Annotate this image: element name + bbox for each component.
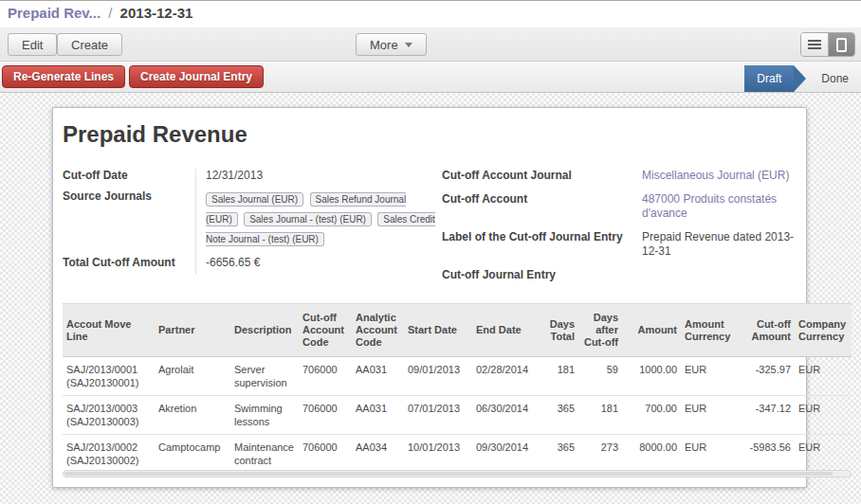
edit-button[interactable]: Edit — [8, 33, 57, 56]
form-toolbar: Edit Create More — [0, 27, 861, 62]
journal-tag[interactable]: Sales Journal (EUR) — [206, 192, 303, 207]
table-cell: 59 — [578, 357, 622, 396]
view-switcher — [800, 32, 855, 57]
total-cutoff-label: Total Cut-off Amount — [63, 254, 195, 270]
table-cell: SAJ/2013/0001 (SAJ20130001) — [63, 357, 155, 396]
table-cell: 10/01/2013 — [404, 435, 472, 474]
table-cell: EUR — [681, 357, 738, 396]
table-cell: EUR — [795, 435, 852, 474]
table-row[interactable]: SAJ/2013/0003 (SAJ20130003)AkretionSwimm… — [63, 396, 852, 435]
field-cutoff-account: Cut-off Account 487000 Produits constaté… — [442, 190, 800, 221]
account-journal-label: Cut-off Account Journal — [442, 167, 632, 183]
column-header: Amount — [622, 304, 681, 357]
field-entry-label: Label of the Cut-off Journal Entry Prepa… — [442, 228, 800, 259]
table-cell: 02/28/2014 — [472, 357, 544, 396]
source-journals-label: Source Journals — [63, 188, 195, 204]
statusbar-states: DraftDone — [744, 65, 861, 92]
chevron-down-icon — [405, 43, 412, 47]
column-header: Description — [230, 304, 299, 357]
entry-label-label: Label of the Cut-off Journal Entry — [442, 228, 632, 244]
more-button-label: More — [370, 38, 398, 52]
form-icon — [836, 38, 847, 52]
table-cell: 706000 — [299, 435, 352, 474]
table-cell: 700.00 — [622, 396, 681, 435]
breadcrumb-separator: / — [104, 5, 116, 21]
table-row[interactable]: SAJ/2013/0001 (SAJ20130001)AgrolaitServe… — [63, 357, 852, 396]
column-header: Days after Cut-off — [578, 304, 622, 357]
table-cell: SAJ/2013/0002 (SAJ20130002) — [63, 435, 155, 474]
journal-tag[interactable]: Sales Journal - (test) (EUR) — [244, 212, 372, 226]
table-cell: 181 — [578, 396, 622, 435]
breadcrumb-bar: Prepaid Rev... / 2013-12-31 — [0, 2, 861, 27]
create-button[interactable]: Create — [57, 33, 122, 56]
table-cell: 365 — [544, 396, 578, 435]
field-journal-entry: Cut-off Journal Entry — [442, 266, 800, 282]
field-group-right: Cut-off Account Journal Miscellaneous Jo… — [442, 167, 800, 290]
total-cutoff-value: -6656.65 € — [195, 254, 442, 270]
breadcrumb-current: 2013-12-31 — [120, 5, 193, 21]
account-journal-value[interactable]: Miscellaneous Journal (EUR) — [632, 167, 800, 183]
table-cell: -5983.56 — [738, 435, 795, 474]
state-done: Done — [809, 65, 861, 92]
table-cell: Swimming lessons — [230, 396, 299, 435]
page-title: Prepaid Revenue — [63, 121, 247, 148]
table-cell: AA031 — [352, 357, 404, 396]
column-header: Cut-off Amount — [738, 304, 795, 357]
table-cell: Akretion — [155, 396, 230, 435]
table-cell: -347.12 — [738, 396, 795, 435]
breadcrumb: Prepaid Rev... / 2013-12-31 — [8, 5, 192, 21]
column-header: Accout Move Line — [63, 304, 155, 357]
form-view-button[interactable] — [828, 33, 854, 56]
cutoff-lines-header-row: Accout Move LinePartnerDescriptionCut-of… — [63, 304, 852, 357]
table-cell: EUR — [795, 396, 852, 435]
field-total-cutoff: Total Cut-off Amount -6656.65 € — [63, 254, 442, 270]
table-cell: Camptocamp — [155, 435, 230, 474]
table-cell: 1000.00 — [622, 357, 681, 396]
cutoff-account-label: Cut-off Account — [442, 190, 632, 207]
list-icon — [808, 40, 821, 49]
table-cell: 365 — [544, 435, 578, 474]
column-header: Amount Currency — [681, 304, 738, 357]
field-group-left: Cut-off Date 12/31/2013 Source Journals … — [63, 167, 442, 275]
column-header: End Date — [472, 304, 544, 357]
column-header: Company Currency — [795, 304, 852, 357]
cutoff-date-label: Cut-off Date — [63, 167, 195, 183]
cutoff-account-value[interactable]: 487000 Produits constatés d'avance — [632, 190, 800, 221]
entry-label-value: Prepaid Revenue dated 2013-12-31 — [632, 228, 800, 259]
journal-entry-label: Cut-off Journal Entry — [442, 266, 632, 282]
table-cell: AA034 — [352, 435, 404, 474]
table-cell: 706000 — [299, 396, 352, 435]
table-cell: 09/01/2013 — [404, 357, 472, 396]
field-cutoff-date: Cut-off Date 12/31/2013 — [63, 167, 442, 183]
state-draft: Draft — [744, 65, 794, 92]
field-account-journal: Cut-off Account Journal Miscellaneous Jo… — [442, 167, 800, 183]
journal-entry-value — [632, 266, 800, 268]
column-header: Days Total — [544, 304, 578, 357]
table-cell: 07/01/2013 — [404, 396, 472, 435]
breadcrumb-parent-link[interactable]: Prepaid Rev... — [8, 5, 101, 21]
table-row[interactable]: SAJ/2013/0002 (SAJ20130002)CamptocampMai… — [63, 435, 852, 474]
statusbar: Re-Generate Lines Create Journal Entry D… — [0, 62, 861, 93]
horizontal-scrollbar[interactable] — [63, 470, 852, 477]
regenerate-lines-button[interactable]: Re-Generate Lines — [2, 65, 125, 88]
table-cell: 706000 — [299, 357, 352, 396]
column-header: Partner — [155, 304, 230, 357]
table-cell: 181 — [544, 357, 578, 396]
cutoff-date-value: 12/31/2013 — [195, 167, 442, 183]
column-header: Cut-off Account Code — [299, 304, 352, 357]
list-view-button[interactable] — [801, 33, 828, 56]
create-journal-entry-button[interactable]: Create Journal Entry — [129, 65, 264, 88]
table-cell: Agrolait — [155, 357, 230, 396]
table-cell: EUR — [795, 357, 852, 396]
column-header: Start Date — [404, 304, 472, 357]
column-header: Analytic Account Code — [352, 304, 404, 357]
table-cell: EUR — [681, 435, 738, 474]
table-cell: AA031 — [352, 396, 404, 435]
scrollbar-thumb[interactable] — [64, 472, 833, 476]
app-window: Prepaid Rev... / 2013-12-31 Edit Create … — [0, 0, 861, 504]
table-cell: EUR — [681, 396, 738, 435]
more-button[interactable]: More — [356, 33, 427, 56]
page-background: Prepaid Revenue Cut-off Date 12/31/2013 … — [0, 93, 861, 504]
table-cell: -325.97 — [738, 357, 795, 396]
table-cell: Maintenance contract — [230, 435, 299, 474]
